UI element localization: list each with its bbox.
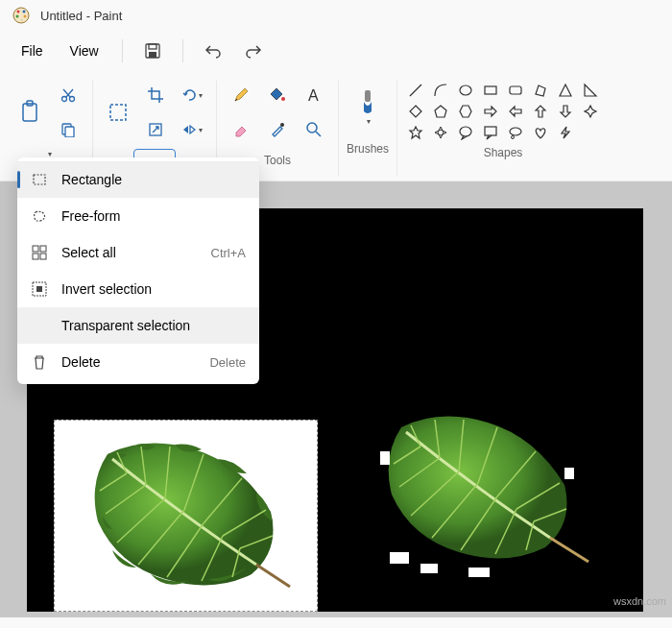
- select-tool[interactable]: [101, 96, 135, 129]
- shape-callout-round[interactable]: [455, 123, 476, 142]
- menubar: File View: [0, 31, 672, 71]
- shape-6star[interactable]: [430, 123, 451, 142]
- resize-button[interactable]: [139, 115, 172, 144]
- shape-polygon[interactable]: [530, 81, 551, 100]
- svg-point-19: [307, 123, 317, 133]
- svg-point-21: [460, 85, 471, 95]
- shape-diamond[interactable]: [405, 102, 426, 121]
- svg-rect-20: [365, 90, 371, 102]
- svg-point-27: [512, 136, 515, 139]
- svg-text:A: A: [308, 87, 319, 104]
- svg-point-3: [16, 15, 19, 18]
- svg-rect-35: [40, 246, 46, 252]
- svg-rect-7: [149, 52, 156, 58]
- undo-button[interactable]: [193, 35, 233, 67]
- shape-hexagon[interactable]: [455, 102, 476, 121]
- dropdown-rectangle[interactable]: Rectangle: [17, 161, 259, 198]
- shape-arrow-right[interactable]: [480, 102, 501, 121]
- paste-button[interactable]: [13, 96, 48, 129]
- shape-arrow-left[interactable]: [505, 102, 526, 121]
- paint-app-icon: [12, 6, 31, 25]
- window-title: Untitled - Paint: [40, 9, 122, 23]
- text-tool[interactable]: A: [298, 81, 330, 109]
- svg-point-10: [62, 97, 67, 102]
- menubar-divider: [122, 39, 123, 62]
- invert-selection-icon: [31, 280, 48, 298]
- svg-rect-33: [34, 175, 45, 184]
- rotate-button[interactable]: ▾: [176, 81, 208, 109]
- brushes-group: ▾ Brushes: [339, 81, 397, 177]
- dropdown-freeform[interactable]: Free-form: [17, 198, 259, 234]
- view-menu[interactable]: View: [57, 36, 112, 66]
- save-button[interactable]: [132, 35, 173, 67]
- flip-button[interactable]: ▾: [176, 115, 208, 144]
- dropdown-delete[interactable]: Delete Delete: [17, 344, 259, 380]
- svg-rect-39: [36, 286, 42, 292]
- svg-rect-14: [110, 105, 126, 120]
- brushes-tool[interactable]: ▾: [348, 81, 388, 133]
- title-bar: Untitled - Paint: [0, 0, 672, 31]
- eraser-tool[interactable]: [225, 115, 257, 144]
- shape-curve[interactable]: [430, 81, 451, 100]
- shape-5star[interactable]: [405, 123, 426, 142]
- svg-rect-36: [33, 254, 38, 259]
- shape-triangle[interactable]: [555, 81, 576, 100]
- svg-rect-28: [390, 552, 409, 564]
- svg-point-1: [17, 11, 20, 13]
- selection-rect[interactable]: [54, 420, 318, 612]
- copy-button[interactable]: [52, 115, 84, 144]
- dropdown-invert[interactable]: Invert selection: [17, 271, 259, 307]
- brushes-label: Brushes: [347, 138, 389, 157]
- chevron-down-icon: ▾: [367, 117, 371, 126]
- leaf-transparent: [353, 399, 612, 591]
- svg-point-16: [281, 97, 285, 101]
- menubar-divider: [182, 39, 183, 62]
- file-menu[interactable]: File: [8, 36, 57, 66]
- svg-rect-29: [420, 564, 438, 573]
- watermark: wsxdn.com: [613, 595, 666, 607]
- shape-rectangle[interactable]: [480, 81, 501, 100]
- svg-point-4: [24, 15, 27, 18]
- svg-rect-34: [33, 246, 38, 252]
- svg-rect-31: [380, 451, 390, 465]
- svg-point-0: [13, 8, 29, 23]
- redo-button[interactable]: [233, 35, 274, 67]
- svg-rect-25: [485, 127, 496, 135]
- svg-rect-37: [40, 254, 46, 259]
- svg-point-26: [510, 128, 521, 135]
- svg-point-24: [460, 127, 471, 136]
- freeform-select-icon: [31, 207, 48, 225]
- color-picker-tool[interactable]: [261, 115, 294, 144]
- select-all-icon: [31, 244, 48, 261]
- svg-rect-13: [65, 127, 74, 137]
- crop-button[interactable]: [139, 81, 172, 109]
- shape-arrow-up[interactable]: [530, 102, 551, 121]
- svg-point-2: [23, 11, 26, 13]
- shape-line[interactable]: [405, 81, 426, 100]
- tools-label: Tools: [264, 150, 291, 169]
- svg-rect-6: [149, 44, 156, 49]
- shape-rounded-rect[interactable]: [505, 81, 526, 100]
- cut-button[interactable]: [52, 81, 84, 109]
- svg-rect-32: [564, 468, 574, 479]
- svg-rect-22: [485, 86, 496, 94]
- shape-callout-rect[interactable]: [480, 123, 501, 142]
- magnifier-tool[interactable]: [298, 115, 330, 144]
- shape-arrow-down[interactable]: [555, 102, 576, 121]
- shape-oval[interactable]: [455, 81, 476, 100]
- shape-callout-cloud[interactable]: [505, 123, 526, 142]
- shape-lightning[interactable]: [555, 123, 576, 142]
- trash-icon: [31, 353, 48, 371]
- svg-rect-30: [468, 568, 490, 577]
- rectangle-select-icon: [31, 171, 48, 188]
- dropdown-transparent[interactable]: Transparent selection: [17, 307, 259, 344]
- pencil-tool[interactable]: [225, 81, 257, 109]
- dropdown-select-all[interactable]: Select all Ctrl+A: [17, 234, 259, 271]
- shape-right-triangle[interactable]: [580, 81, 601, 100]
- shapes-group: Shapes: [397, 81, 609, 177]
- shape-pentagon[interactable]: [430, 102, 451, 121]
- fill-tool[interactable]: [261, 81, 294, 109]
- shape-heart[interactable]: [530, 123, 551, 142]
- shape-4star[interactable]: [580, 102, 601, 121]
- selection-dropdown: Rectangle Free-form Select all Ctrl+A In…: [17, 157, 259, 384]
